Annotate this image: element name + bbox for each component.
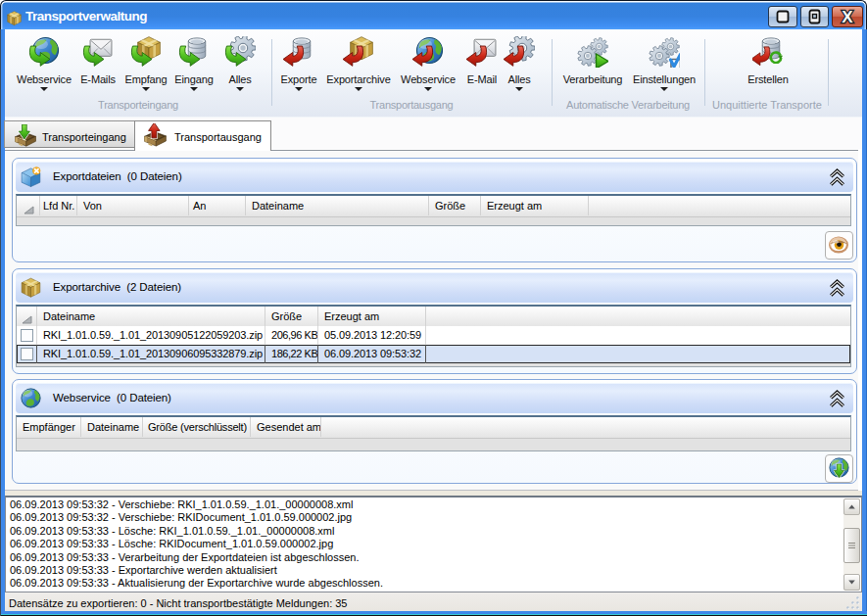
svg-text:X: X xyxy=(842,8,853,26)
